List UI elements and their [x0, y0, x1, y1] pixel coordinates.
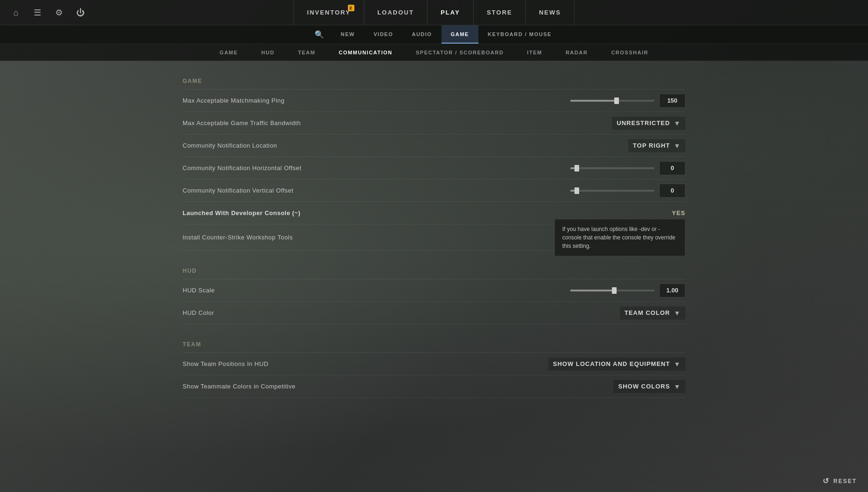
nav-store[interactable]: STORE: [474, 0, 526, 25]
team-positions-dropdown[interactable]: SHOW LOCATION AND EQUIPMENT ▼: [548, 358, 685, 371]
notif-location-control: TOP RIGHT ▼: [628, 139, 685, 152]
reset-icon: ↺: [823, 477, 830, 485]
tert-nav-spectator[interactable]: SPECTATOR / SCOREBOARD: [411, 50, 508, 55]
hud-color-arrow: ▼: [674, 309, 681, 317]
section-hud-header: Hud: [183, 260, 685, 279]
section-game-header: Game: [183, 70, 685, 89]
notif-location-dropdown[interactable]: TOP RIGHT ▼: [628, 139, 685, 152]
setting-notif-location: Community Notification Location TOP RIGH…: [183, 134, 685, 157]
teammate-colors-dropdown[interactable]: SHOW COLORS ▼: [613, 380, 685, 393]
teammate-colors-arrow: ▼: [674, 383, 681, 390]
sec-nav-keyboard-mouse[interactable]: KEYBOARD / MOUSE: [478, 25, 561, 44]
nav-play[interactable]: PLAY: [427, 0, 473, 25]
max-ping-slider-fill: [570, 100, 617, 102]
secondary-nav: 🔍 NEW VIDEO AUDIO GAME KEYBOARD / MOUSE: [0, 25, 868, 44]
nav-loadout[interactable]: LOADOUT: [364, 0, 427, 25]
hud-scale-label: HUD Scale: [183, 287, 570, 294]
bandwidth-dropdown-arrow: ▼: [674, 119, 681, 127]
tert-nav-game[interactable]: GAME: [215, 50, 243, 55]
top-nav: ⌂ ☰ ⚙ ⏻ INVENTORY 2 LOADOUT PLAY STORE N…: [0, 0, 868, 25]
notif-location-arrow: ▼: [674, 142, 681, 149]
bandwidth-label: Max Acceptable Game Traffic Bandwidth: [183, 119, 612, 127]
tert-nav-team[interactable]: TEAM: [293, 50, 320, 55]
sec-nav-video[interactable]: VIDEO: [364, 25, 403, 44]
max-ping-label: Max Acceptable Matchmaking Ping: [183, 97, 570, 104]
hud-scale-control: 1.00: [570, 283, 685, 298]
tert-nav-radar[interactable]: RADAR: [561, 50, 592, 55]
hud-scale-fill: [570, 290, 614, 291]
setting-max-ping: Max Acceptable Matchmaking Ping 150: [183, 89, 685, 112]
dev-console-yes: YES: [672, 209, 685, 216]
team-positions-control: SHOW LOCATION AND EQUIPMENT ▼: [548, 358, 685, 371]
setting-notif-horiz: Community Notification Horizontal Offset…: [183, 157, 685, 179]
power-icon[interactable]: ⏻: [74, 6, 87, 19]
notif-horiz-thumb[interactable]: [574, 165, 579, 171]
dev-console-label: Launched With Developer Console (~): [183, 209, 672, 216]
reset-area[interactable]: ↺ RESET: [823, 477, 857, 485]
hud-color-control: TEAM COLOR ▼: [620, 306, 685, 320]
max-ping-slider-track[interactable]: [570, 100, 655, 102]
nav-inventory[interactable]: INVENTORY 2: [294, 0, 364, 25]
notif-vert-control: 0: [570, 184, 685, 198]
settings-content: Game Max Acceptable Matchmaking Ping 150…: [0, 61, 868, 492]
max-ping-control: 150: [570, 94, 685, 108]
settings-icon[interactable]: ⚙: [52, 6, 66, 19]
sec-nav-game[interactable]: GAME: [441, 25, 478, 44]
sec-nav-new[interactable]: NEW: [331, 25, 364, 44]
notif-vert-slider-track[interactable]: [570, 190, 655, 192]
setting-bandwidth: Max Acceptable Game Traffic Bandwidth UN…: [183, 112, 685, 134]
hud-scale-value[interactable]: 1.00: [659, 283, 685, 298]
notif-vert-value[interactable]: 0: [659, 184, 685, 198]
notif-location-label: Community Notification Location: [183, 142, 628, 149]
hud-color-label: HUD Color: [183, 309, 620, 316]
setting-hud-color: HUD Color TEAM COLOR ▼: [183, 302, 685, 324]
setting-hud-scale: HUD Scale 1.00: [183, 279, 685, 302]
tert-nav-communication[interactable]: COMMUNICATION: [334, 50, 397, 55]
setting-notif-vert: Community Notification Vertical Offset 0: [183, 179, 685, 202]
setting-team-positions: Show Team Positions In HUD SHOW LOCATION…: [183, 353, 685, 375]
setting-teammate-colors: Show Teammate Colors in Competitive SHOW…: [183, 375, 685, 398]
notif-vert-label: Community Notification Vertical Offset: [183, 187, 570, 194]
tert-nav-hud[interactable]: HUD: [257, 50, 279, 55]
inventory-badge: 2: [348, 5, 354, 11]
tert-nav-crosshair[interactable]: CROSSHAIR: [606, 50, 653, 55]
bandwidth-control: UNRESTRICTED ▼: [612, 117, 685, 130]
reset-label: RESET: [833, 478, 857, 485]
team-positions-arrow: ▼: [674, 360, 681, 368]
max-ping-value[interactable]: 150: [659, 94, 685, 108]
tert-nav-item[interactable]: ITEM: [522, 50, 547, 55]
setting-workshop-tools: Install Counter-Strike Workshop Tools If…: [183, 224, 685, 251]
max-ping-slider-thumb[interactable]: [614, 97, 619, 104]
inventory-icon[interactable]: ☰: [31, 6, 44, 19]
search-button[interactable]: 🔍: [307, 25, 331, 44]
section-team-header: Team: [183, 334, 685, 353]
notif-horiz-slider-track[interactable]: [570, 167, 655, 169]
workshop-tools-label: Install Counter-Strike Workshop Tools: [183, 234, 685, 241]
teammate-colors-label: Show Teammate Colors in Competitive: [183, 383, 613, 390]
notif-vert-thumb[interactable]: [574, 187, 579, 194]
setting-dev-console: Launched With Developer Console (~) YES: [183, 202, 685, 224]
hud-scale-slider-track[interactable]: [570, 290, 655, 291]
hud-color-dropdown[interactable]: TEAM COLOR ▼: [620, 306, 685, 320]
top-nav-icons: ⌂ ☰ ⚙ ⏻: [5, 0, 87, 25]
notif-horiz-value[interactable]: 0: [659, 161, 685, 175]
home-icon[interactable]: ⌂: [9, 6, 22, 19]
bandwidth-dropdown[interactable]: UNRESTRICTED ▼: [612, 117, 685, 130]
nav-news[interactable]: NEWS: [526, 0, 574, 25]
sec-nav-audio[interactable]: AUDIO: [403, 25, 441, 44]
notif-horiz-label: Community Notification Horizontal Offset: [183, 164, 570, 171]
tertiary-nav: GAME HUD TEAM COMMUNICATION SPECTATOR / …: [0, 44, 868, 61]
teammate-colors-control: SHOW COLORS ▼: [613, 380, 685, 393]
dev-console-value: YES: [672, 209, 685, 216]
notif-horiz-control: 0: [570, 161, 685, 175]
hud-scale-thumb[interactable]: [612, 287, 617, 294]
top-nav-links: INVENTORY 2 LOADOUT PLAY STORE NEWS: [294, 0, 574, 25]
team-positions-label: Show Team Positions In HUD: [183, 360, 548, 367]
